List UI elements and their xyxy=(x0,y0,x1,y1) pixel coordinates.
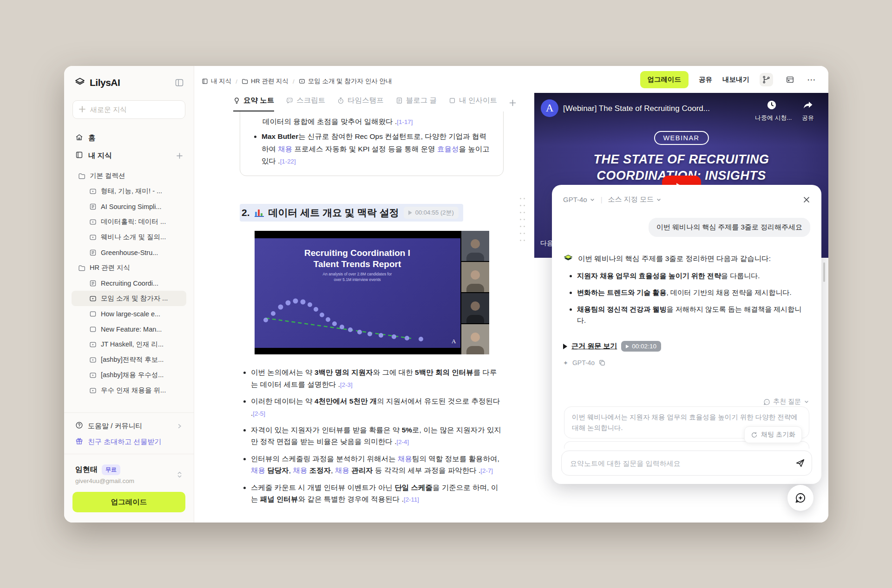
evidence-row: 근거 원문 보기 00:02:10 xyxy=(563,341,810,352)
video-share-button[interactable]: 공유 xyxy=(791,100,825,122)
tree-item[interactable]: [ashby]전략적 후보... xyxy=(72,352,186,367)
bar-chart-emoji xyxy=(255,209,264,217)
logo: LilysAI xyxy=(72,76,186,89)
play-icon xyxy=(408,210,412,215)
participant-tile xyxy=(461,324,489,354)
source-mode-selector[interactable]: 소스 지정 모드 xyxy=(608,195,662,204)
document-icon xyxy=(89,249,97,256)
close-chat-button[interactable] xyxy=(803,196,810,203)
upgrade-button[interactable]: 업그레이드 xyxy=(72,492,185,512)
sidebar-item-help[interactable]: 도움말 / 커뮤니티 xyxy=(72,418,186,432)
assistant-bullet: 지원자 채용 업무의 효율성을 높이기 위한 전략을 다룹니다. xyxy=(577,270,809,281)
channel-avatar[interactable]: A xyxy=(541,99,558,117)
plan-badge: 무료 xyxy=(102,464,120,475)
header-actions: 업그레이드 공유 내보내기 ⋯ xyxy=(534,66,828,93)
participant-tile xyxy=(461,231,489,261)
speech-quote-icon xyxy=(286,97,293,104)
video-icon xyxy=(89,295,97,302)
tree-item[interactable]: JT Haskell, 인재 리... xyxy=(72,337,186,352)
tree-item[interactable]: 형태, 기능, 재미! - ... xyxy=(72,183,186,199)
watch-later-button[interactable]: 나중에 시청... xyxy=(755,100,788,122)
tree-item-selected[interactable]: 모임 소개 및 참가자 ... xyxy=(72,291,186,306)
assistant-bullets: 지원자 채용 업무의 효율성을 높이기 위한 전략을 다룹니다. 변화하는 트렌… xyxy=(577,270,809,326)
video-icon xyxy=(89,387,97,394)
app-title: LilysAI xyxy=(90,77,120,88)
tree-folder[interactable]: 기본 컬렉션 xyxy=(72,168,186,183)
tree-item[interactable]: New Feature: Man... xyxy=(72,321,186,337)
sidebar-collapse-icon[interactable] xyxy=(175,79,184,86)
ai-chat-fab[interactable] xyxy=(787,485,813,511)
copy-icon[interactable] xyxy=(599,359,605,366)
tree-item[interactable]: 우수 인재 채용을 위... xyxy=(72,383,186,398)
tree-folder[interactable]: HR 관련 지식 xyxy=(72,260,186,275)
chevron-updown-icon xyxy=(177,470,183,479)
participant-thumbnails xyxy=(461,231,489,354)
panel-resize-handle[interactable] xyxy=(520,198,525,241)
sidebar-item-my-knowledge[interactable]: 내 지식 xyxy=(72,147,186,164)
send-icon xyxy=(795,458,805,468)
send-button[interactable] xyxy=(795,458,805,468)
breadcrumb-separator: / xyxy=(236,78,237,85)
blog-doc-icon xyxy=(396,97,403,104)
divider: | xyxy=(601,196,603,203)
tab-summary-note[interactable]: 요약 노트 xyxy=(233,96,274,111)
book-icon xyxy=(202,78,208,85)
view-evidence-link[interactable]: 근거 원문 보기 xyxy=(571,342,617,351)
tree-item[interactable]: 데이터홀릭: 데이터 ... xyxy=(72,214,186,229)
export-button[interactable]: 내보내기 xyxy=(722,75,749,84)
lilys-logo-icon xyxy=(74,76,85,89)
add-knowledge-icon[interactable] xyxy=(177,153,183,159)
tab-timestamp[interactable]: 타임스탬프 xyxy=(337,96,384,111)
tab-my-insight[interactable]: 내 인사이트 xyxy=(449,96,497,111)
share-arrow-icon xyxy=(802,100,813,110)
chevron-right-icon xyxy=(177,423,183,429)
document-icon xyxy=(89,280,97,287)
summary-note-content[interactable]: 데이터의 융합에 초점을 맞추어 일해왔다 .[1-17] Max Butler… xyxy=(194,111,534,523)
scrollbar-thumb[interactable] xyxy=(823,262,825,282)
sidebar-item-home[interactable]: 홈 xyxy=(72,129,186,147)
breadcrumb-collection[interactable]: HR 관련 지식 xyxy=(242,77,289,85)
new-knowledge-button[interactable]: 새로운 지식 xyxy=(72,100,185,119)
sidebar-item-invite[interactable]: 친구 초대하고 선물받기 xyxy=(72,432,186,449)
account-switcher[interactable]: 임현태 무료 giver4uu@gmail.com xyxy=(72,459,186,484)
evidence-timestamp-button[interactable]: 00:02:10 xyxy=(621,341,661,352)
plus-icon xyxy=(79,106,85,114)
upgrade-button-top[interactable]: 업그레이드 xyxy=(640,71,689,88)
chevron-down-icon xyxy=(590,197,595,203)
tab-blog[interactable]: 블로그 글 xyxy=(396,96,437,111)
gift-icon xyxy=(75,437,83,446)
model-selector[interactable]: GPT-4o xyxy=(563,196,595,203)
share-button[interactable]: 공유 xyxy=(699,75,712,84)
video-icon xyxy=(89,218,97,226)
breadcrumb-current[interactable]: 모임 소개 및 참가자 인사 안내 xyxy=(299,77,392,85)
media-panel: 업그레이드 공유 내보내기 ⋯ A [Webinar] The State of… xyxy=(534,66,828,523)
version-branch-button[interactable] xyxy=(760,73,773,86)
tree-item[interactable]: [ashby]채용 우수성... xyxy=(72,367,186,383)
book-icon xyxy=(75,151,83,161)
video-title[interactable]: [Webinar] The State of Recruiting Coord.… xyxy=(563,104,710,113)
tree-item[interactable]: How large-scale e... xyxy=(72,306,186,321)
user-name: 임현태 xyxy=(75,465,98,475)
tree-item[interactable]: 웨비나 소개 및 질의... xyxy=(72,229,186,245)
lightbulb-icon xyxy=(233,97,240,104)
more-options-button[interactable]: ⋯ xyxy=(807,74,816,85)
tree-item[interactable]: Recruiting Coordi... xyxy=(72,275,186,291)
breadcrumb-my-knowledge[interactable]: 내 지식 xyxy=(202,77,231,85)
tree-item[interactable]: Greenhouse-Stru... xyxy=(72,245,186,260)
tree-item[interactable]: AI Sourcing Simpli... xyxy=(72,199,186,214)
document-icon xyxy=(89,203,97,210)
video-frame-screenshot[interactable]: Recruiting Coordination I Talent Trends … xyxy=(255,231,489,354)
webinar-badge: WEBINAR xyxy=(654,131,708,145)
suggested-questions-toggle[interactable]: 추천 질문 xyxy=(763,398,809,406)
page-icon xyxy=(89,310,97,318)
tab-script[interactable]: 스크립트 xyxy=(286,96,325,111)
add-tab-icon[interactable] xyxy=(509,99,516,111)
layout-button[interactable] xyxy=(783,73,797,86)
note-bullet: 인터뷰의 스케줄링 과정을 분석하기 위해서는 채용팀의 역할 정보를 활용하여… xyxy=(251,453,504,477)
play-icon xyxy=(563,344,567,349)
reset-chat-button[interactable]: 채팅 초기화 xyxy=(744,426,802,443)
section-timestamp-chip[interactable]: 00:04:55 (2분) xyxy=(404,207,459,219)
chat-input[interactable] xyxy=(570,459,795,467)
folder-icon xyxy=(242,78,248,85)
next-chapter-label[interactable]: 다음 xyxy=(540,239,553,248)
